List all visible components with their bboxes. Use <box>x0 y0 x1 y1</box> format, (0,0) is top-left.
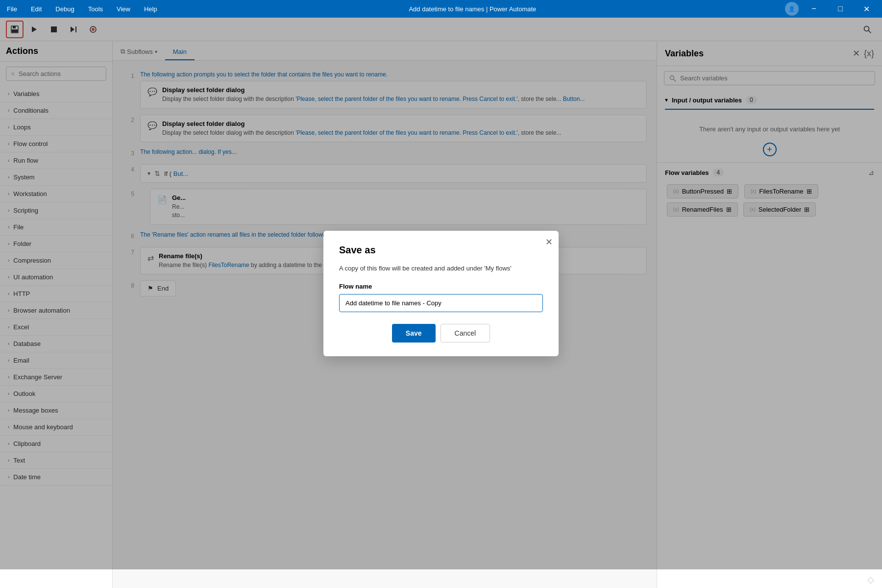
close-button[interactable]: ✕ <box>856 0 878 18</box>
vars-bottom: ◇ <box>657 566 882 588</box>
titlebar-menu: File Edit Debug Tools View Help <box>4 3 160 15</box>
modal-actions: Save Cancel <box>339 324 543 343</box>
flow-name-input[interactable] <box>339 294 543 312</box>
modal-cancel-button[interactable]: Cancel <box>441 324 490 343</box>
modal-save-button[interactable]: Save <box>392 324 436 343</box>
modal-overlay: ✕ Save as A copy of this flow will be cr… <box>0 18 882 569</box>
menu-edit[interactable]: Edit <box>28 3 45 15</box>
menu-debug[interactable]: Debug <box>52 3 77 15</box>
menu-tools[interactable]: Tools <box>85 3 106 15</box>
menu-view[interactable]: View <box>114 3 133 15</box>
user-avatar: 👤 <box>785 2 799 16</box>
diamond-icon: ◇ <box>867 574 874 585</box>
menu-file[interactable]: File <box>4 3 20 15</box>
app-title: Add datetime to file names | Power Autom… <box>409 5 536 13</box>
titlebar-controls: 👤 − □ ✕ <box>785 0 878 18</box>
modal-title: Save as <box>339 245 543 256</box>
modal-close-button[interactable]: ✕ <box>545 237 553 247</box>
modal-description: A copy of this flow will be created and … <box>339 264 543 273</box>
titlebar: File Edit Debug Tools View Help Add date… <box>0 0 882 18</box>
flow-name-label: Flow name <box>339 283 543 290</box>
save-as-modal: ✕ Save as A copy of this flow will be cr… <box>323 231 559 357</box>
minimize-button[interactable]: − <box>803 0 825 18</box>
maximize-button[interactable]: □ <box>829 0 852 18</box>
menu-help[interactable]: Help <box>141 3 160 15</box>
